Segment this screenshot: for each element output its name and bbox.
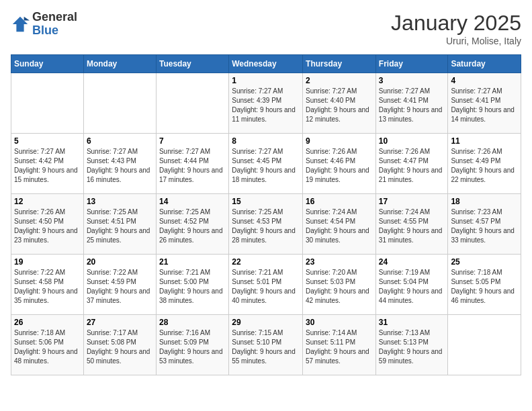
day-number: 28 <box>159 318 226 327</box>
day-number: 10 <box>379 136 445 146</box>
cell-details: Sunrise: 7:26 AM Sunset: 4:49 PM Dayligh… <box>451 147 518 185</box>
cell-details: Sunrise: 7:27 AM Sunset: 4:41 PM Dayligh… <box>451 87 518 124</box>
day-number: 1 <box>232 76 300 85</box>
day-number: 22 <box>232 257 300 267</box>
day-number: 6 <box>87 136 153 146</box>
calendar-cell: 29Sunrise: 7:15 AM Sunset: 5:10 PM Dayli… <box>229 315 303 375</box>
day-number: 17 <box>379 197 445 206</box>
calendar-cell: 13Sunrise: 7:25 AM Sunset: 4:51 PM Dayli… <box>83 194 156 255</box>
day-number: 20 <box>87 257 153 267</box>
cell-details: Sunrise: 7:27 AM Sunset: 4:44 PM Dayligh… <box>159 147 226 185</box>
calendar-cell: 22Sunrise: 7:21 AM Sunset: 5:01 PM Dayli… <box>229 255 303 315</box>
calendar-cell: 2Sunrise: 7:27 AM Sunset: 4:40 PM Daylig… <box>303 73 376 134</box>
day-number: 29 <box>232 318 300 327</box>
calendar-cell: 26Sunrise: 7:18 AM Sunset: 5:06 PM Dayli… <box>11 315 84 375</box>
location-subtitle: Ururi, Molise, Italy <box>391 36 521 46</box>
calendar-cell: 6Sunrise: 7:27 AM Sunset: 4:43 PM Daylig… <box>83 134 156 194</box>
cell-details: Sunrise: 7:26 AM Sunset: 4:46 PM Dayligh… <box>306 147 373 185</box>
cell-details: Sunrise: 7:27 AM Sunset: 4:43 PM Dayligh… <box>87 147 153 185</box>
cell-details: Sunrise: 7:21 AM Sunset: 5:01 PM Dayligh… <box>232 268 300 306</box>
day-number: 8 <box>232 136 300 146</box>
logo-blue: Blue <box>32 24 77 38</box>
calendar-cell: 20Sunrise: 7:22 AM Sunset: 4:59 PM Dayli… <box>83 255 156 315</box>
cell-details: Sunrise: 7:22 AM Sunset: 4:59 PM Dayligh… <box>87 268 153 306</box>
cell-details: Sunrise: 7:25 AM Sunset: 4:53 PM Dayligh… <box>232 208 300 245</box>
logo-general: General <box>32 11 77 24</box>
calendar-cell: 31Sunrise: 7:13 AM Sunset: 5:13 PM Dayli… <box>375 315 448 375</box>
day-number: 2 <box>306 76 373 85</box>
calendar-cell: 4Sunrise: 7:27 AM Sunset: 4:41 PM Daylig… <box>448 73 521 134</box>
day-number: 4 <box>451 76 518 85</box>
calendar-cell: 15Sunrise: 7:25 AM Sunset: 4:53 PM Dayli… <box>229 194 303 255</box>
cell-details: Sunrise: 7:18 AM Sunset: 5:05 PM Dayligh… <box>451 268 518 306</box>
cell-details: Sunrise: 7:25 AM Sunset: 4:52 PM Dayligh… <box>159 208 226 245</box>
day-number: 15 <box>232 197 300 206</box>
calendar-cell: 27Sunrise: 7:17 AM Sunset: 5:08 PM Dayli… <box>83 315 156 375</box>
calendar-cell <box>11 73 84 134</box>
day-number: 5 <box>14 136 81 146</box>
day-number: 26 <box>14 318 81 327</box>
weekday-header-friday: Friday <box>375 55 448 73</box>
cell-details: Sunrise: 7:20 AM Sunset: 5:03 PM Dayligh… <box>306 268 373 306</box>
weekday-header-tuesday: Tuesday <box>156 55 228 73</box>
cell-details: Sunrise: 7:27 AM Sunset: 4:41 PM Dayligh… <box>379 87 445 124</box>
day-number: 25 <box>451 257 518 267</box>
day-number: 24 <box>379 257 445 267</box>
calendar-cell: 14Sunrise: 7:25 AM Sunset: 4:52 PM Dayli… <box>156 194 228 255</box>
cell-details: Sunrise: 7:15 AM Sunset: 5:10 PM Dayligh… <box>232 328 300 366</box>
logo: General Blue <box>11 11 77 38</box>
day-number: 9 <box>306 136 373 146</box>
day-number: 30 <box>306 318 373 327</box>
day-number: 23 <box>306 257 373 267</box>
cell-details: Sunrise: 7:24 AM Sunset: 4:55 PM Dayligh… <box>379 208 445 245</box>
cell-details: Sunrise: 7:22 AM Sunset: 4:58 PM Dayligh… <box>14 268 81 306</box>
calendar-cell: 18Sunrise: 7:23 AM Sunset: 4:57 PM Dayli… <box>448 194 521 255</box>
day-number: 18 <box>451 197 518 206</box>
page-header: General Blue January 2025 Ururi, Molise,… <box>11 11 521 46</box>
week-row-4: 19Sunrise: 7:22 AM Sunset: 4:58 PM Dayli… <box>11 255 521 315</box>
calendar-cell: 24Sunrise: 7:19 AM Sunset: 5:04 PM Dayli… <box>375 255 448 315</box>
weekday-header-row: SundayMondayTuesdayWednesdayThursdayFrid… <box>11 55 521 73</box>
day-number: 14 <box>159 197 226 206</box>
calendar-cell: 7Sunrise: 7:27 AM Sunset: 4:44 PM Daylig… <box>156 134 228 194</box>
logo-icon <box>11 15 30 34</box>
calendar-cell: 28Sunrise: 7:16 AM Sunset: 5:09 PM Dayli… <box>156 315 228 375</box>
svg-marker-1 <box>24 17 30 21</box>
day-number: 11 <box>451 136 518 146</box>
day-number: 12 <box>14 197 81 206</box>
calendar-table: SundayMondayTuesdayWednesdayThursdayFrid… <box>11 54 521 375</box>
calendar-cell: 10Sunrise: 7:26 AM Sunset: 4:47 PM Dayli… <box>375 134 448 194</box>
calendar-cell: 17Sunrise: 7:24 AM Sunset: 4:55 PM Dayli… <box>375 194 448 255</box>
calendar-cell <box>156 73 228 134</box>
calendar-cell: 8Sunrise: 7:27 AM Sunset: 4:45 PM Daylig… <box>229 134 303 194</box>
cell-details: Sunrise: 7:13 AM Sunset: 5:13 PM Dayligh… <box>379 328 445 366</box>
week-row-2: 5Sunrise: 7:27 AM Sunset: 4:42 PM Daylig… <box>11 134 521 194</box>
day-number: 19 <box>14 257 81 267</box>
calendar-cell: 5Sunrise: 7:27 AM Sunset: 4:42 PM Daylig… <box>11 134 84 194</box>
cell-details: Sunrise: 7:26 AM Sunset: 4:50 PM Dayligh… <box>14 208 81 245</box>
calendar-cell: 21Sunrise: 7:21 AM Sunset: 5:00 PM Dayli… <box>156 255 228 315</box>
cell-details: Sunrise: 7:23 AM Sunset: 4:57 PM Dayligh… <box>451 208 518 245</box>
calendar-cell: 30Sunrise: 7:14 AM Sunset: 5:11 PM Dayli… <box>303 315 376 375</box>
calendar-cell: 19Sunrise: 7:22 AM Sunset: 4:58 PM Dayli… <box>11 255 84 315</box>
cell-details: Sunrise: 7:27 AM Sunset: 4:40 PM Dayligh… <box>306 87 373 124</box>
cell-details: Sunrise: 7:16 AM Sunset: 5:09 PM Dayligh… <box>159 328 226 366</box>
day-number: 3 <box>379 76 445 85</box>
cell-details: Sunrise: 7:19 AM Sunset: 5:04 PM Dayligh… <box>379 268 445 306</box>
calendar-cell: 23Sunrise: 7:20 AM Sunset: 5:03 PM Dayli… <box>303 255 376 315</box>
day-number: 31 <box>379 318 445 327</box>
calendar-cell: 12Sunrise: 7:26 AM Sunset: 4:50 PM Dayli… <box>11 194 84 255</box>
calendar-cell: 1Sunrise: 7:27 AM Sunset: 4:39 PM Daylig… <box>229 73 303 134</box>
weekday-header-wednesday: Wednesday <box>229 55 303 73</box>
cell-details: Sunrise: 7:14 AM Sunset: 5:11 PM Dayligh… <box>306 328 373 366</box>
title-block: January 2025 Ururi, Molise, Italy <box>391 11 521 46</box>
calendar-cell <box>83 73 156 134</box>
week-row-3: 12Sunrise: 7:26 AM Sunset: 4:50 PM Dayli… <box>11 194 521 255</box>
calendar-cell: 3Sunrise: 7:27 AM Sunset: 4:41 PM Daylig… <box>375 73 448 134</box>
cell-details: Sunrise: 7:25 AM Sunset: 4:51 PM Dayligh… <box>87 208 153 245</box>
weekday-header-monday: Monday <box>83 55 156 73</box>
cell-details: Sunrise: 7:27 AM Sunset: 4:42 PM Dayligh… <box>14 147 81 185</box>
week-row-5: 26Sunrise: 7:18 AM Sunset: 5:06 PM Dayli… <box>11 315 521 375</box>
day-number: 27 <box>87 318 153 327</box>
cell-details: Sunrise: 7:17 AM Sunset: 5:08 PM Dayligh… <box>87 328 153 366</box>
